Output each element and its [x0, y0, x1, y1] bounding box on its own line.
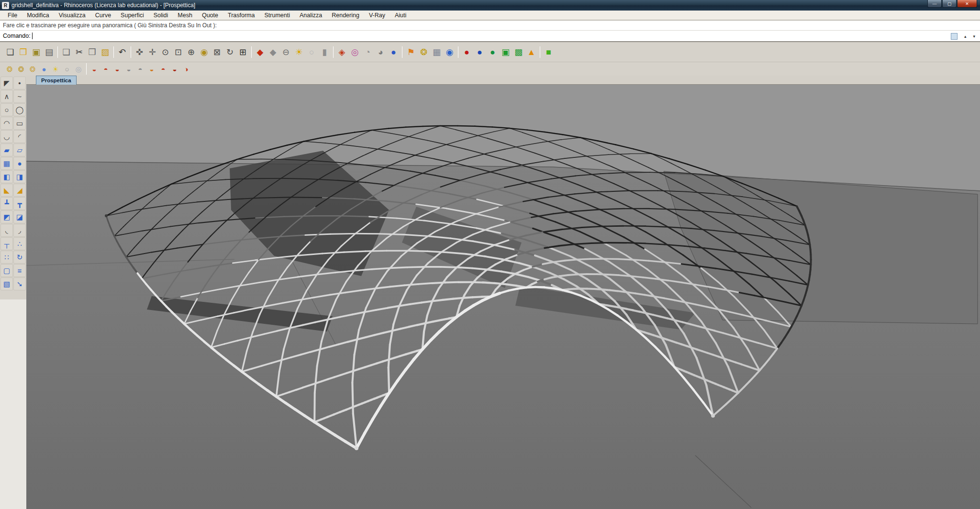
menu-rendering[interactable]: Rendering	[327, 11, 364, 20]
copy-button[interactable]: ❒	[86, 45, 99, 59]
xray-mode-button[interactable]: ⊖	[279, 45, 292, 59]
menu-quote[interactable]: Quote	[197, 11, 223, 20]
small-blue-sphere-button[interactable]: ●	[38, 64, 50, 74]
minimize-button[interactable]: —	[927, 0, 942, 8]
zoom-window-button[interactable]: ⊡	[172, 45, 185, 59]
chamfer-button[interactable]: ◢	[13, 184, 26, 197]
vray-pot-6-button[interactable]: ◒	[146, 64, 157, 74]
print-button[interactable]: ▤	[43, 45, 56, 59]
ring-button[interactable]: ○	[61, 64, 73, 74]
record-gear-button[interactable]: ❂	[27, 64, 38, 74]
polyline-button[interactable]: ∧	[0, 90, 13, 103]
command-up-arrow-icon[interactable]: ▴	[964, 34, 967, 39]
split-button[interactable]: ◪	[13, 210, 26, 223]
viewport-tab-prospettica[interactable]: Prospettica	[36, 76, 77, 85]
open-file-button[interactable]: ❐	[17, 45, 30, 59]
vray-render-green-button[interactable]: ●	[486, 45, 499, 59]
menu-vray[interactable]: V-Ray	[364, 11, 390, 20]
menu-solidi[interactable]: Solidi	[149, 11, 173, 20]
sphere-light-button[interactable]: ◔	[361, 45, 374, 59]
menu-analizza[interactable]: Analizza	[295, 11, 327, 20]
freeform-curve-button[interactable]: ◡	[0, 130, 13, 143]
pan-button[interactable]: ✜	[133, 45, 146, 59]
transform-move-button[interactable]: ➘	[13, 277, 26, 290]
command-down-arrow-icon[interactable]: ▾	[973, 34, 975, 39]
vray-badge-button[interactable]: ◈	[335, 45, 348, 59]
join-top-button[interactable]: ┳	[13, 197, 26, 210]
shaded-mode-button[interactable]: ◆	[254, 45, 267, 59]
move-button[interactable]: ✛	[146, 45, 159, 59]
paste-button[interactable]: ▨	[99, 45, 111, 59]
vray-pot-1-button[interactable]: ◒	[89, 64, 100, 74]
point-button[interactable]: •	[13, 77, 26, 89]
vray-pot-7-button[interactable]: ◓	[157, 64, 169, 74]
solid-hatch-button[interactable]: ▧	[0, 277, 13, 290]
command-popup-icon[interactable]	[951, 33, 958, 40]
vray-dashed-box-button[interactable]: ▩	[512, 45, 525, 59]
vray-cone-button[interactable]: ▲	[525, 45, 538, 59]
sphere-blue-button[interactable]: ●	[387, 45, 400, 59]
box-button[interactable]: ▦	[0, 157, 13, 170]
rectangle-button[interactable]: ▭	[13, 117, 26, 130]
sphere-dark-button[interactable]: ◕	[374, 45, 387, 59]
surface-corner-button[interactable]: ▱	[13, 144, 26, 156]
close-button[interactable]: ✕	[957, 0, 977, 8]
boolean-difference-button[interactable]: ◨	[13, 170, 26, 183]
menu-trasforma[interactable]: Trasforma	[223, 11, 260, 20]
vray-pot-3-button[interactable]: ◒	[111, 64, 123, 74]
array-button[interactable]: ∷	[0, 251, 13, 264]
menu-visualizza[interactable]: Visualizza	[54, 11, 90, 20]
perspective-viewport[interactable]	[26, 85, 980, 509]
lock-button[interactable]: ▮	[318, 45, 331, 59]
menu-mesh[interactable]: Mesh	[173, 11, 197, 20]
select-arrow-button[interactable]: ◤	[0, 77, 13, 89]
join-bottom-button[interactable]: ┻	[0, 197, 13, 210]
rotate-view-button[interactable]: ↻	[223, 45, 236, 59]
arc-blend-button[interactable]: ◞	[13, 224, 26, 237]
sun-button[interactable]: ☀	[50, 64, 61, 74]
zoom-button[interactable]: ⊙	[159, 45, 172, 59]
extrude-button[interactable]: ┬	[0, 237, 13, 250]
vray-pot-4-button[interactable]: ◒	[123, 64, 134, 74]
zoom-selected-button[interactable]: ◉	[198, 45, 211, 59]
vray-pot-8-button[interactable]: ◒	[169, 64, 180, 74]
vray-pot-9-button[interactable]: ◑	[180, 64, 192, 74]
circle-button[interactable]: ○	[0, 103, 13, 116]
arc-button[interactable]: ◠	[0, 117, 13, 130]
fillet-button[interactable]: ◣	[0, 184, 13, 197]
link-blocks-button[interactable]: ▦	[430, 45, 443, 59]
control-point-curve-button[interactable]: ~	[13, 90, 26, 103]
boolean-union-button[interactable]: ◧	[0, 170, 13, 183]
command-prompt[interactable]: Comando: ▴ ▾	[0, 31, 980, 42]
sphere-button[interactable]: ●	[13, 157, 26, 170]
halo-button[interactable]: ◎	[73, 64, 84, 74]
trim-button[interactable]: ◩	[0, 210, 13, 223]
undo-button[interactable]: ↶	[116, 45, 129, 59]
menu-strumenti[interactable]: Strumenti	[259, 11, 295, 20]
properties-page-button[interactable]: ❑	[60, 45, 73, 59]
rounded-box-button[interactable]: ▢	[0, 264, 13, 277]
align-button[interactable]: ≡	[13, 264, 26, 277]
menu-superfici[interactable]: Superfici	[116, 11, 149, 20]
viewport-layout-button[interactable]: ⊞	[236, 45, 249, 59]
vray-material-editor-button[interactable]: ■	[542, 45, 555, 59]
menu-file[interactable]: File	[3, 11, 22, 20]
menu-aiuti[interactable]: Aiuti	[390, 11, 411, 20]
new-file-button[interactable]: ❏	[4, 45, 17, 59]
zoom-extents-button[interactable]: ⊠	[211, 45, 223, 59]
ghosted-mode-button[interactable]: ◆	[267, 45, 279, 59]
osnap-gear-button[interactable]: ❂	[4, 64, 15, 74]
help-target-button[interactable]: ◉	[443, 45, 456, 59]
vray-pot-2-button[interactable]: ◓	[100, 64, 111, 74]
vray-render-red-button[interactable]: ●	[460, 45, 473, 59]
save-file-button[interactable]: ▣	[30, 45, 43, 59]
surface-button[interactable]: ▰	[0, 144, 13, 156]
rotate-tool-button[interactable]: ↻	[13, 251, 26, 264]
color-wheel-button[interactable]: ◎	[348, 45, 361, 59]
menu-modifica[interactable]: Modifica	[22, 11, 54, 20]
vray-box-button[interactable]: ▣	[499, 45, 512, 59]
maximize-button[interactable]: ▢	[942, 0, 957, 8]
point-cloud-button[interactable]: ∴	[13, 237, 26, 250]
gear-button[interactable]: ❂	[417, 45, 430, 59]
vray-render-blue-button[interactable]: ●	[473, 45, 486, 59]
